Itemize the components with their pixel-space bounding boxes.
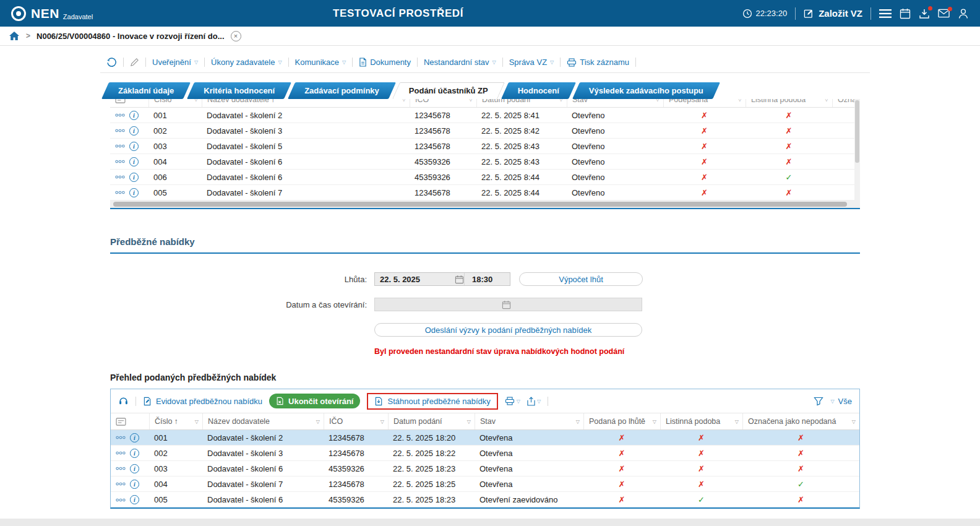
table-row[interactable]: 002 Dodavatel - školení 3 12345678 22. 5… — [111, 446, 859, 461]
table-row[interactable]: 002 Dodavatel - školení 3 12345678 22. 5… — [110, 123, 860, 139]
table-row[interactable]: 004 Dodavatel - školení 7 12345678 22. 5… — [111, 476, 859, 492]
calendar-button[interactable] — [900, 8, 911, 19]
filter-caret-icon[interactable] — [736, 99, 742, 102]
header-ico[interactable]: IČO — [324, 413, 388, 429]
row-info-icon[interactable] — [129, 111, 139, 120]
row-menu-icon[interactable] — [115, 129, 125, 132]
scrollbar-thumb[interactable] — [113, 202, 847, 207]
breadcrumb-record[interactable]: N006/25/V00004860 - Inovace v rozvoji ří… — [37, 32, 224, 41]
menu-tisk-zaznamu[interactable]: Tisk záznamu — [567, 58, 629, 67]
home-icon[interactable] — [9, 31, 20, 41]
calendar-icon[interactable] — [455, 275, 464, 284]
filter-caret-icon[interactable] — [733, 419, 739, 425]
tab-kriteria-hodnoceni[interactable]: Kritéria hodnocení — [191, 82, 288, 99]
vertical-scrollbar[interactable] — [854, 99, 860, 200]
table-row[interactable]: 003 Dodavatel - školení 6 45359326 22. 5… — [111, 461, 859, 476]
row-menu-icon[interactable] — [116, 482, 126, 486]
deadline-datetime-input[interactable]: 22. 5. 2025 18:30 — [374, 272, 510, 286]
header-stav[interactable]: Stav — [475, 413, 583, 429]
header-podepsana[interactable]: Podepsána — [663, 99, 746, 108]
filter-caret-icon[interactable] — [314, 419, 320, 425]
header-datum[interactable]: Datum podání — [388, 413, 475, 429]
tab-podani-ucastniku-zp[interactable]: Podání účastníků ZP — [396, 82, 501, 99]
row-menu-icon[interactable] — [115, 144, 125, 148]
table-row[interactable]: 005 Dodavatel - školení 7 12345678 22. 5… — [110, 185, 860, 200]
row-menu-icon[interactable] — [116, 436, 126, 439]
header-oznacena[interactable]: Označena jako nepodaná — [742, 413, 859, 429]
row-menu-icon[interactable] — [116, 467, 126, 470]
downloads-button[interactable] — [919, 8, 930, 19]
row-info-icon[interactable] — [129, 142, 139, 151]
row-info-icon[interactable] — [129, 157, 139, 166]
headset-icon[interactable] — [118, 396, 129, 406]
edit-button[interactable] — [130, 58, 139, 67]
filter-caret-icon[interactable] — [192, 99, 198, 102]
filter-caret-icon[interactable] — [822, 99, 828, 102]
nen-logo[interactable]: NEN Zadavatel — [11, 6, 93, 21]
filter-caret-icon[interactable] — [400, 99, 406, 102]
header-podana[interactable]: Podaná po lhůtě — [583, 413, 660, 429]
row-info-icon[interactable] — [130, 464, 139, 473]
filter-funnel-icon[interactable] — [814, 397, 823, 406]
header-stav[interactable]: Stav — [567, 99, 663, 108]
table-row[interactable]: 003 Dodavatel - školení 5 12345678 22. 5… — [110, 139, 860, 154]
menu-sprava-vz[interactable]: Správa VZ — [509, 58, 554, 67]
filter-caret-icon[interactable] — [192, 419, 199, 425]
back-button[interactable] — [106, 57, 117, 67]
row-info-icon[interactable] — [130, 433, 139, 442]
stahnout-nabidky-button[interactable]: Stáhnout předběžné nabídky — [374, 397, 490, 406]
table-row[interactable]: 001 Dodavatel - školení 2 12345678 22. 5… — [110, 108, 860, 123]
header-cislo[interactable]: Číslo — [149, 413, 202, 429]
row-info-icon[interactable] — [130, 495, 139, 504]
header-nazev[interactable]: Název dodavatele — [202, 413, 324, 429]
filter-caret-icon[interactable] — [378, 419, 384, 425]
tab-hodnoceni[interactable]: Hodnocení — [505, 82, 572, 99]
row-info-icon[interactable] — [130, 480, 139, 489]
deadline-time-value[interactable]: 18:30 — [464, 273, 510, 285]
header-listinna[interactable]: Listinná podoba — [660, 413, 742, 429]
row-menu-icon[interactable] — [115, 191, 125, 194]
create-vz-button[interactable]: Založit VZ — [804, 8, 862, 19]
filter-caret-icon[interactable] — [465, 419, 471, 425]
row-menu-icon[interactable] — [115, 113, 125, 117]
user-button[interactable] — [958, 8, 969, 19]
close-record-icon[interactable] — [231, 31, 241, 41]
tab-zadavaci-podminky[interactable]: Zadávací podmínky — [291, 82, 392, 99]
tab-vysledek-zadavaciho-postupu[interactable]: Výsledek zadávacího postupu — [576, 82, 716, 99]
filter-caret-icon[interactable] — [650, 419, 656, 425]
table-row[interactable]: 005 Dodavatel - školení 6 45359326 22. 5… — [111, 492, 859, 507]
column-settings-header[interactable] — [110, 99, 148, 108]
table-row[interactable]: 001 Dodavatel - školení 2 12345678 22. 5… — [111, 430, 859, 446]
menu-komunikace[interactable]: Komunikace — [295, 58, 346, 67]
export-menu-button[interactable] — [527, 397, 541, 406]
column-settings-header[interactable] — [111, 413, 149, 429]
header-datum[interactable]: Datum podání — [476, 99, 567, 108]
scrollbar-thumb[interactable] — [855, 100, 859, 163]
menu-ukony-zadavatele[interactable]: Úkony zadavatele — [211, 58, 282, 67]
row-menu-icon[interactable] — [115, 175, 125, 179]
menu-button[interactable] — [879, 9, 892, 18]
filter-vse-button[interactable]: Vše — [830, 397, 852, 406]
messages-button[interactable] — [938, 9, 950, 18]
table-row[interactable]: 004 Dodavatel - školení 6 45359326 22. 5… — [110, 154, 860, 170]
ukoncit-oteviranie-button[interactable]: Ukončit otevírání — [269, 394, 360, 408]
row-menu-icon[interactable] — [115, 160, 125, 163]
menu-uverejneni[interactable]: Uveřejnění — [152, 58, 198, 67]
evidovat-nabidku-button[interactable]: Evidovat předběžnou nabídku — [143, 397, 262, 406]
row-info-icon[interactable] — [129, 188, 139, 197]
tab-zakladni-udaje[interactable]: Základní údaje — [105, 82, 187, 99]
row-menu-icon[interactable] — [116, 451, 126, 455]
row-info-icon[interactable] — [129, 173, 139, 182]
menu-nestandardni-stav[interactable]: Nestandardní stav — [424, 58, 496, 67]
filter-caret-icon[interactable] — [574, 419, 580, 425]
header-ico[interactable]: IČO — [410, 99, 476, 108]
filter-caret-icon[interactable] — [466, 99, 473, 102]
filter-caret-icon[interactable] — [653, 99, 660, 102]
header-cislo[interactable]: Číslo — [148, 99, 202, 108]
deadline-date-value[interactable]: 22. 5. 2025 — [375, 275, 455, 284]
filter-caret-icon[interactable] — [849, 419, 856, 425]
odeslani-vyzvy-button[interactable]: Odeslání výzvy k podání předběžných nabí… — [374, 323, 642, 337]
row-menu-icon[interactable] — [116, 498, 126, 502]
horizontal-scrollbar[interactable] — [110, 200, 860, 208]
row-info-icon[interactable] — [129, 126, 139, 136]
